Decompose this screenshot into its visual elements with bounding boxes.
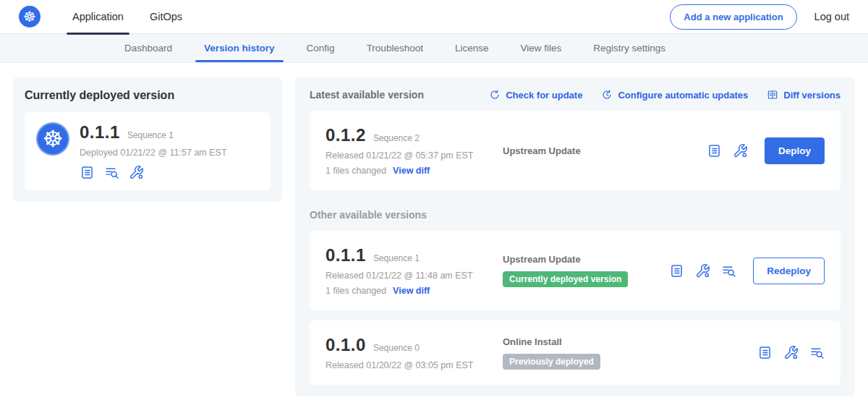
version-number: 0.1.0 bbox=[326, 335, 366, 355]
check-for-update-label: Check for update bbox=[506, 90, 582, 101]
subnav-item-config[interactable]: Config bbox=[291, 34, 351, 62]
release-notes-icon[interactable] bbox=[757, 345, 773, 360]
main-content: Currently deployed version ☸ 0.1.1 Seque… bbox=[0, 63, 868, 408]
currently-deployed-panel: Currently deployed version ☸ 0.1.1 Seque… bbox=[13, 77, 282, 202]
schedule-icon bbox=[601, 89, 613, 101]
configure-automatic-updates-link[interactable]: Configure automatic updates bbox=[601, 89, 748, 101]
subnav-item-troubleshoot[interactable]: Troubleshoot bbox=[351, 34, 439, 62]
version-row: 0.1.0 Sequence 0 Released 01/20/22 @ 03:… bbox=[310, 320, 841, 385]
refresh-icon bbox=[489, 89, 501, 101]
edit-config-icon[interactable] bbox=[733, 143, 748, 158]
view-diff-link[interactable]: View diff bbox=[393, 166, 430, 176]
release-notes-icon[interactable] bbox=[80, 165, 95, 180]
version-actions: Check for update Configure automatic upd… bbox=[489, 89, 841, 101]
sequence-label: Sequence 2 bbox=[373, 133, 420, 143]
latest-version-title: Latest available version bbox=[310, 89, 424, 101]
view-diff-link[interactable]: View diff bbox=[393, 286, 430, 296]
subnav-item-registry-settings[interactable]: Registry settings bbox=[577, 34, 681, 62]
currently-deployed-badge: Currently deployed version bbox=[503, 271, 628, 287]
subnav-item-version-history[interactable]: Version history bbox=[188, 34, 291, 62]
subnav-item-view-files[interactable]: View files bbox=[504, 34, 577, 62]
subnav-item-license[interactable]: License bbox=[439, 34, 505, 62]
release-notes-icon[interactable] bbox=[707, 143, 722, 158]
deployed-version-card: ☸ 0.1.1 Sequence 1 Deployed 01/21/22 @ 1… bbox=[25, 112, 271, 190]
version-row-latest: 0.1.2 Sequence 2 Released 01/21/22 @ 05:… bbox=[310, 111, 841, 190]
configure-automatic-updates-label: Configure automatic updates bbox=[618, 90, 748, 101]
deployed-panel-title: Currently deployed version bbox=[25, 89, 271, 102]
app-logo-icon: ☸ bbox=[36, 122, 69, 156]
deployed-date: Deployed 01/21/22 @ 11:57 am EST bbox=[80, 148, 227, 158]
version-row: 0.1.1 Sequence 1 Released 01/21/22 @ 11:… bbox=[310, 231, 841, 310]
view-files-icon[interactable] bbox=[809, 345, 825, 360]
kubernetes-logo-icon: ☸ bbox=[19, 6, 41, 27]
add-application-button[interactable]: Add a new application bbox=[670, 4, 796, 30]
deployed-actions bbox=[80, 165, 227, 180]
released-date: Released 01/21/22 @ 11:48 am EST bbox=[326, 271, 503, 281]
tab-gitops[interactable]: GitOps bbox=[137, 0, 195, 34]
version-source: Upstream Update bbox=[503, 145, 707, 156]
app-nav: Application GitOps bbox=[59, 0, 195, 34]
released-date: Released 01/20/22 @ 03:05 pm EST bbox=[326, 360, 503, 370]
version-source: Upstream Update bbox=[503, 254, 669, 265]
app-header: ☸ Application GitOps Add a new applicati… bbox=[0, 0, 868, 34]
sequence-label: Sequence 0 bbox=[373, 343, 420, 353]
subnav-item-dashboard[interactable]: Dashboard bbox=[109, 34, 188, 62]
version-number: 0.1.1 bbox=[326, 245, 366, 265]
edit-config-icon[interactable] bbox=[129, 165, 144, 180]
version-number: 0.1.2 bbox=[326, 125, 366, 145]
view-files-icon[interactable] bbox=[104, 165, 119, 180]
released-date: Released 01/21/22 @ 05:37 pm EST bbox=[326, 150, 503, 161]
version-source: Online Install bbox=[503, 336, 757, 347]
deployed-sequence-label: Sequence 1 bbox=[127, 130, 174, 140]
logout-link[interactable]: Log out bbox=[814, 11, 849, 22]
deploy-button[interactable]: Deploy bbox=[765, 137, 825, 164]
redeploy-button[interactable]: Redeploy bbox=[753, 258, 825, 284]
diff-versions-label: Diff versions bbox=[783, 90, 841, 101]
edit-config-icon[interactable] bbox=[695, 263, 710, 279]
previously-deployed-badge: Previously deployed bbox=[503, 354, 600, 370]
version-history-panel: Latest available version Check for updat… bbox=[295, 77, 855, 396]
view-files-icon[interactable] bbox=[721, 263, 736, 279]
deployed-version-number: 0.1.1 bbox=[80, 122, 120, 143]
check-for-update-link[interactable]: Check for update bbox=[489, 89, 582, 101]
diff-versions-link[interactable]: Diff versions bbox=[767, 89, 841, 101]
files-changed-label: 1 files changed bbox=[326, 286, 386, 296]
tab-application[interactable]: Application bbox=[59, 0, 137, 34]
app-subnav: Dashboard Version history Config Trouble… bbox=[0, 34, 868, 63]
sequence-label: Sequence 1 bbox=[373, 253, 420, 263]
files-changed-label: 1 files changed bbox=[326, 166, 386, 176]
release-notes-icon[interactable] bbox=[669, 263, 684, 279]
edit-config-icon[interactable] bbox=[783, 345, 799, 360]
diff-icon bbox=[767, 89, 778, 101]
other-versions-title: Other available versions bbox=[310, 209, 841, 221]
